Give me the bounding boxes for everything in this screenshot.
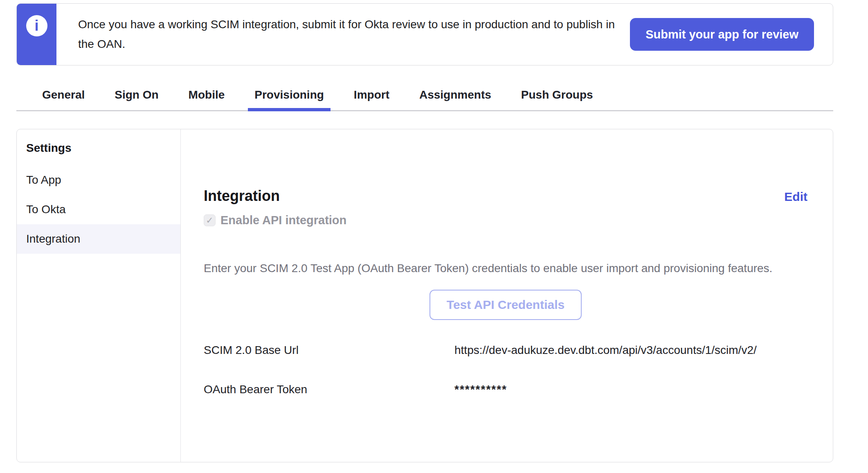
info-banner: i Once you have a working SCIM integrati… [16,3,833,65]
settings-sidebar: Settings To App To Okta Integration [17,129,181,462]
info-banner-message: Once you have a working SCIM integration… [78,15,630,54]
oauth-bearer-token-value: ********** [454,383,807,396]
info-icon: i [26,15,47,36]
scim-base-url-label: SCIM 2.0 Base Url [204,344,454,357]
oauth-bearer-token-label: OAuth Bearer Token [204,383,454,396]
tab-import[interactable]: Import [354,65,389,110]
page: i Once you have a working SCIM integrati… [0,0,868,462]
tab-general[interactable]: General [42,65,85,110]
edit-link[interactable]: Edit [784,190,807,204]
provisioning-card: Settings To App To Okta Integration Inte… [16,129,833,462]
tab-bar: General Sign On Mobile Provisioning Impo… [16,65,833,111]
integration-panel: Integration Edit ✓ Enable API integratio… [181,129,833,462]
integration-header: Integration Edit [204,187,807,205]
test-credentials-row: Test API Credentials [204,290,807,320]
enable-api-integration-row: ✓ Enable API integration [204,214,807,227]
tab-mobile[interactable]: Mobile [189,65,225,110]
page-title: Integration [204,187,280,205]
sidebar-item-integration[interactable]: Integration [17,224,180,254]
tab-push-groups[interactable]: Push Groups [521,65,593,110]
info-banner-accent: i [17,4,56,65]
tab-provisioning[interactable]: Provisioning [254,65,324,110]
enable-api-integration-checkbox[interactable]: ✓ [204,214,216,226]
enable-api-integration-label: Enable API integration [220,214,346,227]
tab-assignments[interactable]: Assignments [419,65,491,110]
sidebar-item-to-app[interactable]: To App [17,165,180,195]
sidebar-item-to-okta[interactable]: To Okta [17,195,180,224]
credentials-fields: SCIM 2.0 Base Url https://dev-adukuze.de… [204,344,807,396]
tab-sign-on[interactable]: Sign On [115,65,158,110]
sidebar-heading: Settings [17,142,180,155]
submit-app-for-review-button[interactable]: Submit your app for review [630,18,814,51]
credentials-description: Enter your SCIM 2.0 Test App (OAuth Bear… [204,262,807,275]
scim-base-url-value: https://dev-adukuze.dev.dbt.com/api/v3/a… [454,344,807,357]
test-api-credentials-button[interactable]: Test API Credentials [430,290,582,320]
